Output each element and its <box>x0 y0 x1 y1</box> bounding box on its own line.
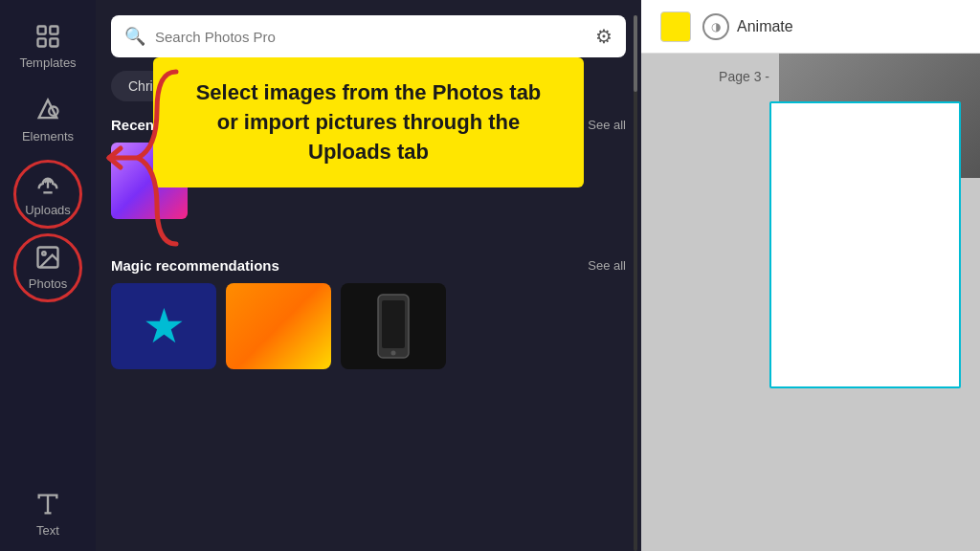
svg-rect-1 <box>50 27 57 34</box>
search-bar[interactable]: 🔍 ⚙ <box>111 15 626 57</box>
svg-point-9 <box>391 351 396 356</box>
page-label: Page 3 - <box>719 69 769 84</box>
tooltip-text: Select images from the Photos tab or imp… <box>196 80 542 164</box>
magic-item-gradient[interactable] <box>226 283 331 369</box>
canvas-area: Page 3 - <box>641 54 980 551</box>
svg-rect-3 <box>50 38 57 46</box>
sidebar-item-label: Uploads <box>25 203 71 217</box>
shapes-icon <box>34 97 61 123</box>
sidebar-item-elements[interactable]: Elements <box>0 83 96 157</box>
sidebar-item-text[interactable]: Text <box>0 477 96 551</box>
magic-items-list: ★ <box>111 283 626 369</box>
animate-icon: ◑ <box>702 13 729 40</box>
arrow-brace-graphic <box>100 53 205 263</box>
animate-label: Animate <box>737 18 793 35</box>
grid-icon <box>34 23 61 50</box>
panel-scrollbar[interactable] <box>634 15 637 551</box>
svg-rect-0 <box>38 27 46 34</box>
canvas-frame[interactable] <box>769 101 961 388</box>
magic-item-star[interactable]: ★ <box>111 283 216 369</box>
top-bar: ◑ Animate <box>641 0 980 54</box>
svg-rect-8 <box>382 300 405 348</box>
sidebar-item-templates[interactable]: Templates <box>0 10 96 83</box>
photos-panel: 🔍 ⚙ Christmas Rectangle Paper Circle › R… <box>96 0 641 551</box>
canvas-right-area: ◑ Animate Page 3 - <box>641 0 980 551</box>
animate-button[interactable]: ◑ Animate <box>702 13 793 40</box>
color-swatch[interactable] <box>660 11 691 42</box>
sidebar-item-label: Photos <box>29 276 67 291</box>
magic-recommendations-see-all[interactable]: See all <box>588 258 626 273</box>
sidebar-item-uploads[interactable]: Uploads <box>0 157 96 231</box>
panel-scrollbar-thumb[interactable] <box>634 15 637 92</box>
svg-point-6 <box>42 252 46 255</box>
sidebar-item-photos[interactable]: Photos <box>0 231 96 304</box>
tooltip-overlay: Select images from the Photos tab or imp… <box>153 57 584 187</box>
svg-rect-2 <box>38 38 46 46</box>
filter-icon[interactable]: ⚙ <box>595 25 612 48</box>
search-input[interactable] <box>155 29 586 45</box>
sidebar: Templates Elements Uploads Photos Text <box>0 0 96 551</box>
sidebar-item-label: Elements <box>22 129 74 143</box>
text-icon <box>34 491 61 518</box>
magic-item-phone[interactable] <box>341 283 446 369</box>
sidebar-item-label: Text <box>36 523 59 538</box>
search-icon: 🔍 <box>124 26 145 47</box>
image-icon <box>34 244 61 271</box>
recently-used-see-all[interactable]: See all <box>588 118 626 132</box>
magic-recommendations-section: Magic recommendations See all ★ <box>111 257 626 369</box>
upload-icon <box>34 170 61 197</box>
sidebar-item-label: Templates <box>19 55 76 70</box>
